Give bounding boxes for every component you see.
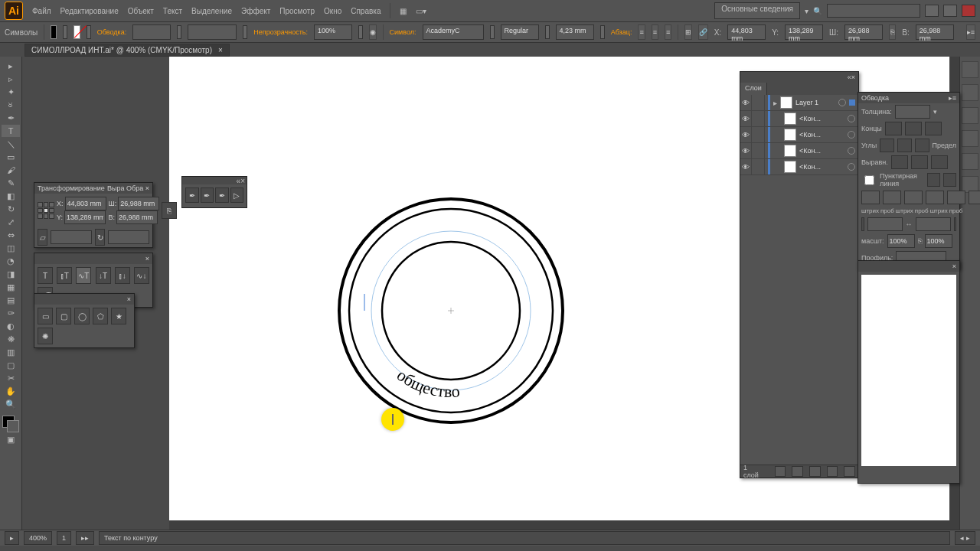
gradient-tool[interactable]: ▤ <box>2 294 20 306</box>
target-icon[interactable] <box>848 147 855 155</box>
font-dd[interactable] <box>490 25 495 39</box>
join-round-icon[interactable] <box>897 139 912 152</box>
tab-align[interactable]: Выра <box>107 184 124 192</box>
align-inside-icon[interactable] <box>911 155 928 169</box>
blend-tool[interactable]: ◐ <box>2 320 20 332</box>
font-style-field[interactable]: Regular <box>501 24 539 40</box>
ellipse-icon[interactable]: ◯ <box>74 308 90 324</box>
rotate-field[interactable] <box>108 230 149 244</box>
link-wh-icon[interactable]: ⎘ <box>162 202 177 219</box>
layer-name[interactable]: Layer 1 <box>795 99 835 106</box>
close-button[interactable] <box>962 5 975 17</box>
zoom-tool[interactable]: 🔍 <box>2 398 20 410</box>
profile-dd[interactable] <box>243 25 247 39</box>
dash1[interactable] <box>861 191 880 204</box>
rectangle-tool[interactable]: ▭ <box>2 151 20 163</box>
panel-close-icon[interactable]: × <box>851 73 855 81</box>
magic-wand-tool[interactable]: ✦ <box>2 86 20 98</box>
layer-row[interactable]: 👁 <Кон... <box>740 143 858 159</box>
graph-tool[interactable]: ▥ <box>2 346 20 358</box>
pencil-tool[interactable]: ✎ <box>2 177 20 189</box>
fill-swatch[interactable] <box>51 25 57 39</box>
tw-field[interactable] <box>118 197 159 210</box>
stroke-dropdown[interactable] <box>87 25 91 39</box>
artboard-nav2[interactable]: ▸▸ <box>76 531 94 545</box>
search-input[interactable] <box>827 4 920 18</box>
slice-tool[interactable]: ✂ <box>2 372 20 384</box>
artboard-index[interactable]: 1 <box>57 531 71 545</box>
align-outside-icon[interactable] <box>931 155 948 169</box>
stroke-weight-field[interactable] <box>132 24 171 40</box>
recolor-icon[interactable]: ◉ <box>369 24 377 40</box>
horizontal-scrollbar[interactable] <box>169 520 950 530</box>
menu-object[interactable]: Объект <box>128 7 154 15</box>
appearance-panel[interactable]: × <box>858 260 960 484</box>
cap-round-icon[interactable] <box>905 122 922 135</box>
shape-panel[interactable]: × ▭ ▢ ◯ ⬠ ★ ✺ <box>34 293 135 348</box>
type-vertical-icon[interactable]: ↓T <box>96 267 111 284</box>
delete-layer-icon[interactable] <box>844 466 855 477</box>
arrow-end-sel[interactable] <box>916 217 951 231</box>
size-dd[interactable] <box>600 25 605 39</box>
type-path-icon[interactable]: ∿T <box>76 267 91 284</box>
color-swatches[interactable] <box>2 416 19 432</box>
ty-field[interactable] <box>64 210 106 224</box>
search-icon[interactable]: 🔍 <box>813 7 822 15</box>
arrow-start[interactable] <box>861 217 864 231</box>
eraser-tool[interactable]: ◧ <box>2 190 20 202</box>
layer-row[interactable]: 👁 ▸ Layer 1 <box>740 95 858 111</box>
locate-icon[interactable] <box>775 466 786 477</box>
font-family-field[interactable]: AcademyC <box>423 24 484 40</box>
line-tool[interactable]: ＼ <box>2 138 20 150</box>
align-center-icon[interactable] <box>891 155 908 169</box>
opacity-field[interactable]: 100% <box>314 24 352 40</box>
curvature-panel[interactable]: «× ✒ ✒ ✒ ▷ <box>181 176 247 208</box>
visibility-toggle[interactable]: 👁 <box>740 143 752 158</box>
panel-close-icon[interactable]: × <box>145 184 149 192</box>
eyedropper-tool[interactable]: ✑ <box>2 307 20 319</box>
visibility-toggle[interactable]: 👁 <box>740 159 752 174</box>
anchor-icon[interactable]: ▷ <box>230 187 244 203</box>
target-icon[interactable] <box>848 131 855 139</box>
scale-tool[interactable]: ⤢ <box>2 216 20 228</box>
weight-field[interactable] <box>895 105 930 119</box>
flare-icon[interactable]: ✺ <box>38 328 53 344</box>
dash2[interactable] <box>904 191 923 204</box>
join-miter-icon[interactable] <box>880 139 894 152</box>
screen-mode[interactable]: ▣ <box>2 433 20 445</box>
cap-square-icon[interactable] <box>925 122 942 135</box>
color-panel-icon[interactable] <box>962 61 978 78</box>
panel-close-icon[interactable]: × <box>952 262 956 270</box>
stroke-panel[interactable]: Обводка▸≡ Толщина:▾ Концы УглыПредел Выр… <box>858 92 960 269</box>
tx-field[interactable] <box>65 197 106 210</box>
style-dd[interactable] <box>545 25 550 39</box>
lock-ratio-icon[interactable]: ⎘ <box>889 24 896 40</box>
font-size-field[interactable]: 4,23 mm <box>556 24 594 40</box>
join-bevel-icon[interactable] <box>915 139 929 152</box>
align-left-icon[interactable]: ≡ <box>638 24 645 40</box>
arrow-start-sel[interactable] <box>867 217 903 231</box>
transform-icon[interactable]: ⊞ <box>684 24 692 40</box>
panel-close-icon[interactable]: × <box>127 295 131 303</box>
paintbrush-tool[interactable]: 🖌 <box>2 164 20 176</box>
reference-point[interactable] <box>38 202 54 219</box>
menu-file[interactable]: Файл <box>32 7 51 15</box>
type-varea-icon[interactable]: ⫿↓ <box>115 267 130 284</box>
x-field[interactable]: 44,803 mm <box>727 24 766 40</box>
swatches-panel-icon[interactable] <box>962 84 978 101</box>
path-text[interactable]: общество <box>394 365 461 401</box>
direct-selection-tool[interactable]: ▹ <box>2 73 20 85</box>
rotate-tool[interactable]: ↻ <box>2 203 20 215</box>
free-transform-tool[interactable]: ◫ <box>2 242 20 254</box>
type-tool[interactable]: T <box>2 125 20 137</box>
pen-tool[interactable]: ✒ <box>2 112 20 124</box>
document-tab[interactable]: СИМОЛЛРОАД ИНТ.ai* @ 400% (CMYK/Просмотр… <box>24 44 230 57</box>
artboard-nav[interactable]: ▸ <box>5 531 19 545</box>
maximize-button[interactable] <box>943 5 957 17</box>
gap1[interactable] <box>883 191 901 204</box>
cap-butt-icon[interactable] <box>885 122 902 135</box>
perspective-tool[interactable]: ◨ <box>2 268 20 280</box>
tab-close-icon[interactable]: × <box>218 46 223 54</box>
layer-name[interactable]: <Кон... <box>799 163 844 171</box>
w-field[interactable]: 26,988 mm <box>844 24 883 40</box>
